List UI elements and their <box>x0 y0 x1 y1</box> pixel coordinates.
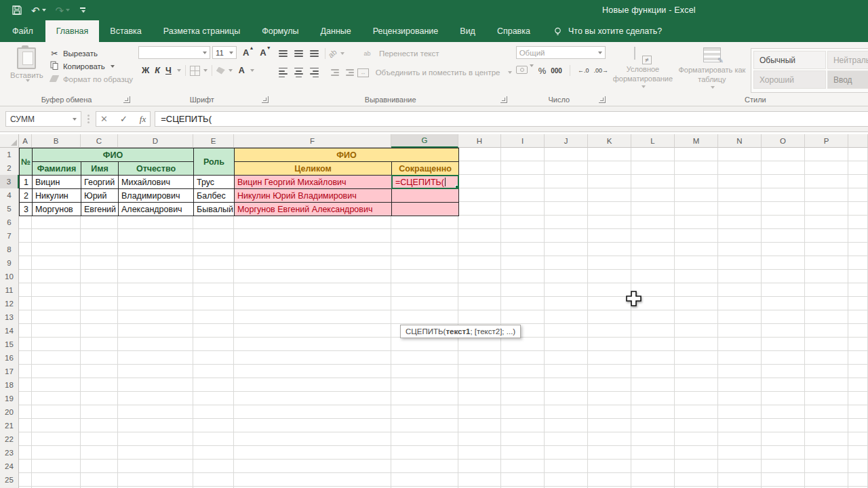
cell-B4[interactable]: Никулин <box>32 188 81 203</box>
row-header-24[interactable]: 24 <box>0 460 19 474</box>
row-header-14[interactable]: 14 <box>0 324 19 338</box>
column-header-C[interactable]: C <box>81 134 118 148</box>
italic-button[interactable]: К <box>153 66 162 75</box>
cell-E1[interactable]: Роль <box>193 148 235 176</box>
style-good[interactable]: Хороший <box>753 70 826 89</box>
column-header-K[interactable]: K <box>588 134 631 148</box>
borders-icon[interactable] <box>190 66 200 76</box>
cell-B1[interactable]: ФИО <box>32 148 194 162</box>
row-header-12[interactable]: 12 <box>0 297 19 311</box>
cell-G4[interactable] <box>391 188 459 203</box>
undo-button[interactable]: ↶ <box>31 5 46 16</box>
cell-A4[interactable]: 2 <box>19 188 33 203</box>
cell-G2[interactable]: Сокращенно <box>391 161 459 176</box>
column-header-G[interactable]: G <box>391 134 458 148</box>
select-all-corner[interactable] <box>0 134 19 148</box>
grow-font-button[interactable]: А▲ <box>243 47 254 58</box>
row-header-5[interactable]: 5 <box>0 202 19 216</box>
style-input[interactable]: Ввод <box>827 70 868 89</box>
increase-decimal-button[interactable]: ←.0 <box>578 67 589 74</box>
column-header-I[interactable]: I <box>501 134 545 148</box>
cell-D2[interactable]: Отчество <box>118 161 194 176</box>
formula-input[interactable]: =СЦЕПИТЬ( <box>155 111 868 127</box>
column-header-A[interactable]: A <box>19 134 32 148</box>
tab-page-layout[interactable]: Разметка страницы <box>153 20 251 42</box>
column-header-N[interactable]: N <box>718 134 762 148</box>
row-header-18[interactable]: 18 <box>0 378 19 392</box>
accounting-format-button[interactable] <box>516 66 534 75</box>
decrease-decimal-button[interactable]: .00→ <box>593 67 608 74</box>
formula-bar-splitter[interactable] <box>87 115 90 123</box>
number-format-combobox[interactable]: Общий <box>516 46 606 59</box>
chevron-down-icon[interactable] <box>250 69 254 72</box>
tab-help[interactable]: Справка <box>486 20 541 42</box>
cell-E3[interactable]: Трус <box>193 175 235 189</box>
cell-D5[interactable]: Александрович <box>118 202 194 216</box>
row-header-13[interactable]: 13 <box>0 310 19 325</box>
column-header-P[interactable]: P <box>805 134 848 148</box>
cut-button[interactable]: ✂Вырезать <box>50 49 133 58</box>
row-header-23[interactable]: 23 <box>0 446 19 460</box>
tab-file[interactable]: Файл <box>0 20 45 42</box>
chevron-down-icon[interactable] <box>73 118 77 121</box>
name-box[interactable]: СУММ <box>5 111 81 127</box>
alignment-dialog-launcher-icon[interactable] <box>500 96 507 103</box>
cell-G3[interactable]: =СЦЕПИТЬ( <box>391 175 459 189</box>
chevron-down-icon[interactable] <box>177 69 181 72</box>
align-bottom-button[interactable] <box>307 49 322 58</box>
fill-color-icon[interactable] <box>216 67 225 75</box>
font-dialog-launcher-icon[interactable] <box>262 96 269 103</box>
tab-data[interactable]: Данные <box>310 20 362 42</box>
cell-E5[interactable]: Бывалый <box>193 202 235 216</box>
row-header-4[interactable]: 4 <box>0 188 19 203</box>
customize-qat-button[interactable] <box>79 7 85 13</box>
row-header-16[interactable]: 16 <box>0 351 19 365</box>
column-header-D[interactable]: D <box>118 134 193 148</box>
row-header-11[interactable]: 11 <box>0 283 19 298</box>
cell-B3[interactable]: Вицин <box>32 175 81 189</box>
cell-C2[interactable]: Имя <box>81 161 119 176</box>
column-header-partial[interactable] <box>848 134 868 148</box>
column-header-B[interactable]: B <box>32 134 81 148</box>
align-middle-button[interactable] <box>291 49 307 58</box>
row-header-9[interactable]: 9 <box>0 256 19 270</box>
cell-F4[interactable]: Никулин Юрий Владимирович <box>234 188 392 203</box>
worksheet-grid[interactable]: ABCDEFGHIJKLMNOP 12345678910111213141516… <box>0 134 868 488</box>
style-neutral[interactable]: Нейтральный <box>827 51 868 69</box>
copy-button[interactable]: Копировать <box>50 61 133 72</box>
align-center-button[interactable] <box>291 66 307 79</box>
decrease-indent-button[interactable] <box>328 68 342 77</box>
align-left-button[interactable] <box>275 66 291 79</box>
insert-function-icon[interactable]: fx <box>140 114 146 125</box>
save-icon[interactable] <box>12 5 22 15</box>
cell-C5[interactable]: Евгений <box>81 202 119 216</box>
column-header-J[interactable]: J <box>545 134 588 148</box>
tab-review[interactable]: Рецензирование <box>362 20 450 42</box>
percent-style-button[interactable]: % <box>538 66 547 76</box>
number-dialog-launcher-icon[interactable] <box>599 96 606 103</box>
underline-button[interactable]: Ч <box>163 66 174 75</box>
cell-D3[interactable]: Михайлович <box>118 175 194 189</box>
shrink-font-button[interactable]: А▼ <box>260 47 271 58</box>
row-header-20[interactable]: 20 <box>0 405 19 420</box>
cell-A1[interactable]: № <box>19 148 33 176</box>
align-right-button[interactable] <box>307 66 322 79</box>
column-header-O[interactable]: O <box>762 134 805 148</box>
column-header-E[interactable]: E <box>193 134 234 148</box>
row-header-21[interactable]: 21 <box>0 419 19 433</box>
increase-indent-button[interactable] <box>342 68 357 77</box>
cell-C4[interactable]: Юрий <box>81 188 119 203</box>
cell-F5[interactable]: Моргунов Евгений Александрович <box>234 202 392 216</box>
tell-me-search[interactable]: Что вы хотите сделать? <box>553 20 662 42</box>
row-header-6[interactable]: 6 <box>0 216 19 230</box>
row-header-1[interactable]: 1 <box>0 148 19 162</box>
style-normal[interactable]: Обычный <box>753 51 826 69</box>
clipboard-dialog-launcher-icon[interactable] <box>123 96 130 103</box>
cell-B5[interactable]: Моргунов <box>32 202 81 216</box>
cell-F2[interactable]: Целиком <box>234 161 392 176</box>
fill-handle[interactable] <box>455 185 459 189</box>
row-header-19[interactable]: 19 <box>0 392 19 406</box>
cell-E4[interactable]: Балбес <box>193 188 235 203</box>
cell-C3[interactable]: Георгий <box>81 175 119 189</box>
column-header-F[interactable]: F <box>234 134 391 148</box>
